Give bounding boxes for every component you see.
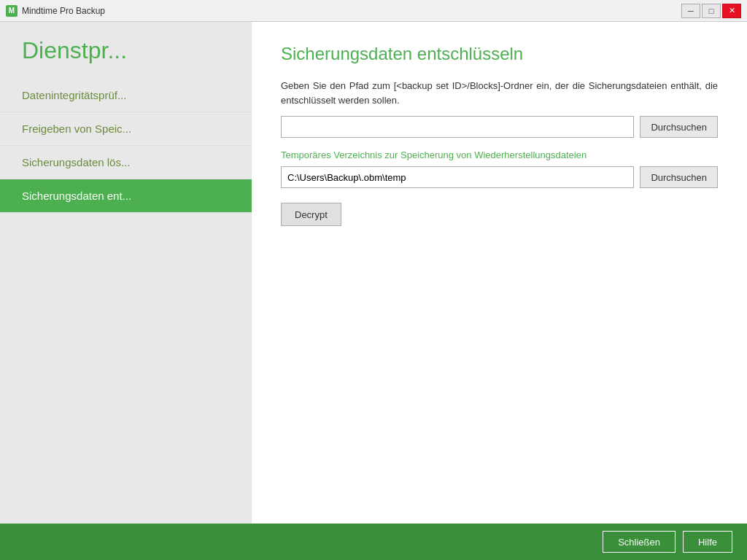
sidebar-item-decrypt-backup[interactable]: Sicherungsdaten ent... — [0, 179, 252, 213]
browse-backup-button[interactable]: Durchsuchen — [640, 116, 718, 138]
temp-dir-label: Temporäres Verzeichnis zur Speicherung v… — [281, 149, 718, 160]
title-bar: M Mindtime Pro Backup ─ □ ✕ — [0, 0, 747, 22]
maximize-button[interactable]: □ — [702, 4, 721, 18]
footer: Schließen Hilfe — [0, 524, 747, 560]
title-bar-text: Mindtime Pro Backup — [22, 6, 681, 16]
app-icon: M — [6, 5, 18, 17]
main-container: Dienstpr... Datenintegritätsprüf... Frei… — [0, 22, 747, 524]
backup-path-row: Durchsuchen — [281, 116, 718, 138]
panel-title: Sicherungsdaten entschlüsseln — [281, 44, 718, 64]
close-footer-button[interactable]: Schließen — [603, 531, 676, 553]
sidebar-item-free-storage[interactable]: Freigeben von Speic... — [0, 112, 252, 146]
title-bar-controls: ─ □ ✕ — [681, 4, 741, 18]
sidebar-item-data-integrity[interactable]: Datenintegritätsprüf... — [0, 79, 252, 112]
help-button[interactable]: Hilfe — [683, 531, 732, 553]
browse-temp-button[interactable]: Durchsuchen — [640, 166, 718, 188]
sidebar: Dienstpr... Datenintegritätsprüf... Frei… — [0, 22, 252, 524]
minimize-button[interactable]: ─ — [681, 4, 700, 18]
sidebar-item-delete-backup[interactable]: Sicherungsdaten lös... — [0, 146, 252, 179]
description-text: Geben Sie den Pfad zum [<backup set ID>/… — [281, 79, 718, 107]
temp-path-input[interactable] — [281, 166, 634, 188]
sidebar-title: Dienstpr... — [0, 22, 252, 79]
decrypt-button[interactable]: Decrypt — [281, 203, 341, 226]
close-button[interactable]: ✕ — [722, 4, 741, 18]
right-panel: Sicherungsdaten entschlüsseln Geben Sie … — [252, 22, 747, 524]
sidebar-nav: Datenintegritätsprüf... Freigeben von Sp… — [0, 79, 252, 213]
temp-dir-row: Durchsuchen — [281, 166, 718, 188]
backup-path-input[interactable] — [281, 116, 634, 138]
